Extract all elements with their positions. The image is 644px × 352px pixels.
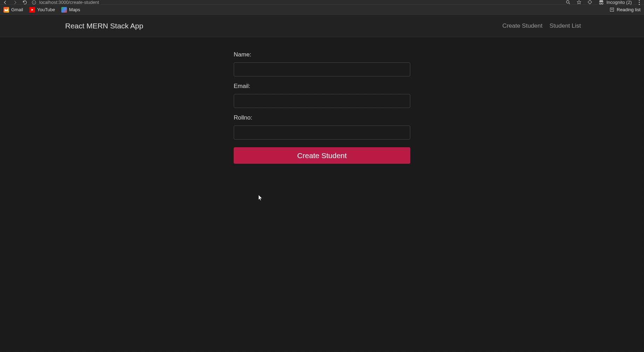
page-viewport: React MERN Stack App Create Student Stud… [0,15,644,352]
bookmark-gmail-label: Gmail [11,7,23,12]
gmail-icon [4,7,9,13]
bookmark-gmail[interactable]: Gmail [4,7,23,13]
browser-toolbar: localhost:3000/create-student Incognito … [0,0,644,5]
name-label: Name: [234,51,410,58]
star-icon[interactable] [576,0,582,5]
svg-point-5 [599,2,601,4]
rollno-input[interactable] [234,126,410,140]
bookmark-youtube-label: YouTube [37,7,55,12]
toolbar-right: Incognito (2) [566,0,641,6]
forward-button[interactable] [13,0,18,5]
url-text: localhost:3000/create-student [39,0,99,5]
svg-rect-8 [610,8,614,12]
form-group-email: Email: [234,83,410,108]
email-label: Email: [234,83,410,90]
incognito-label: Incognito (2) [607,0,632,5]
bookmark-bar: Gmail YouTube Maps Reading list [0,5,644,15]
navbar-brand[interactable]: React MERN Stack App [65,22,143,30]
reload-button[interactable] [22,0,27,5]
svg-line-4 [569,3,570,4]
form-group-name: Name: [234,51,410,76]
nav-link-create-student[interactable]: Create Student [502,22,542,29]
form-group-rollno: Rollno: [234,114,410,140]
back-button[interactable] [3,0,8,5]
navbar-links: Create Student Student List [502,22,581,29]
menu-icon[interactable] [637,0,641,5]
svg-point-6 [601,2,603,4]
nav-link-student-list[interactable]: Student List [549,22,581,29]
maps-icon [61,7,67,13]
site-info-icon[interactable] [32,0,36,5]
svg-point-3 [566,1,569,4]
bookmark-maps[interactable]: Maps [61,7,80,13]
zoom-icon[interactable] [566,0,571,5]
reading-list-label: Reading list [617,7,640,12]
email-input[interactable] [234,94,410,108]
incognito-indicator[interactable]: Incognito (2) [598,0,632,6]
bookmark-maps-label: Maps [69,7,80,12]
reading-list-button[interactable]: Reading list [609,7,640,12]
create-student-button[interactable]: Create Student [234,147,410,164]
address-bar[interactable]: localhost:3000/create-student [32,0,561,5]
bookmark-youtube[interactable]: YouTube [29,7,55,13]
create-student-form: Name: Email: Rollno: Create Student [234,51,410,164]
rollno-label: Rollno: [234,114,410,121]
app-navbar: React MERN Stack App Create Student Stud… [0,15,644,37]
youtube-icon [29,7,35,13]
extensions-icon[interactable] [587,0,592,5]
name-input[interactable] [234,62,410,76]
reading-list-icon [609,7,615,12]
nav-buttons [3,0,27,5]
